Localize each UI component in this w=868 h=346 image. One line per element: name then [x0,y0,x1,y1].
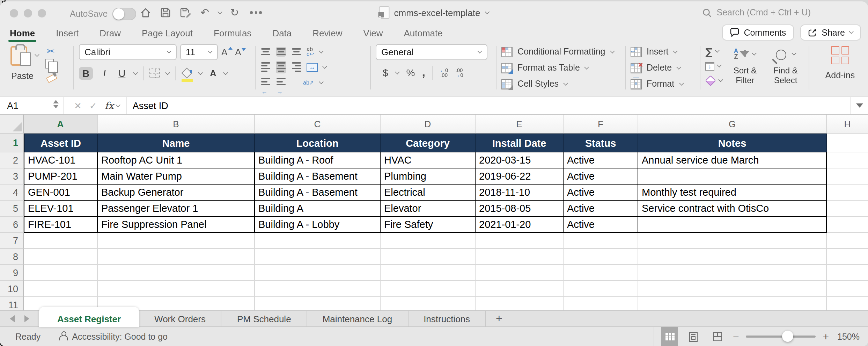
cell[interactable]: Building A - Roof [255,152,381,168]
orientation-chevron-icon[interactable] [318,79,323,84]
conditional-formatting-button[interactable]: Conditional Formatting [501,45,620,58]
cell[interactable] [476,249,564,265]
redo-icon[interactable]: ↻ [230,6,239,19]
cell[interactable] [827,249,868,265]
row-number[interactable]: 7 [0,233,24,249]
row-number[interactable]: 2 [0,152,24,168]
currency-chevron-icon[interactable] [395,69,400,74]
stepper-down-icon[interactable] [53,105,59,108]
borders-chevron-icon[interactable] [165,70,170,75]
fill-color-chevron-icon[interactable] [198,70,203,75]
row-number[interactable]: 5 [0,201,24,217]
cell[interactable]: ELEV-101 [24,201,98,217]
cell[interactable] [638,297,827,310]
document-title-chevron-icon[interactable] [485,9,490,14]
cell[interactable]: Main Water Pump [98,168,255,185]
normal-view-button[interactable] [662,327,678,346]
cell[interactable] [381,265,476,281]
sort-filter-button[interactable]: AZ Sort & Filter [727,44,763,96]
cell[interactable] [564,281,638,297]
tab-view[interactable]: View [363,28,383,38]
cell[interactable] [98,249,255,265]
formula-input[interactable]: Asset ID [126,97,850,114]
cell[interactable] [255,281,381,297]
cell[interactable] [476,297,564,310]
cell[interactable]: 2019-06-22 [476,168,564,185]
header-cell[interactable]: Status [564,134,638,152]
cell[interactable] [827,168,868,185]
sheet-scroll-right-icon[interactable] [24,315,29,322]
header-cell[interactable]: Location [255,134,381,152]
bold-button[interactable]: B [79,67,93,80]
cell[interactable] [827,201,868,217]
document-title[interactable]: cmms-excel-template [394,7,480,18]
save-as-icon[interactable] [179,7,192,18]
align-bottom-icon[interactable] [291,47,302,57]
cell[interactable]: Passenger Elevator 1 [98,201,255,217]
row-number[interactable]: 4 [0,185,24,201]
share-button[interactable]: Share [800,24,861,41]
cell[interactable]: Active [564,152,638,168]
column-header-f[interactable]: F [564,115,638,133]
column-header-d[interactable]: D [381,115,476,133]
cell[interactable] [827,152,868,168]
delete-cells-button[interactable]: Delete [631,62,695,74]
paste-button[interactable]: Paste [6,44,39,96]
italic-button[interactable]: I [98,68,110,79]
cell[interactable]: Elevator [381,201,476,217]
cell[interactable]: Plumbing [381,168,476,185]
header-cell[interactable]: Name [98,134,255,152]
underline-button[interactable]: U [116,68,128,79]
sheet-tab-work-orders[interactable]: Work Orders [139,311,222,326]
cell[interactable] [24,281,98,297]
page-break-view-button[interactable] [709,327,726,346]
format-cells-button[interactable]: Format [631,78,695,90]
undo-chevron-icon[interactable] [217,9,222,14]
zoom-window-button[interactable] [38,9,46,17]
spreadsheet-grid[interactable]: A B C D E F G H 1 Asset ID Name Location… [0,115,868,310]
fx-chevron-icon[interactable] [116,102,120,107]
fill-color-icon[interactable] [182,68,193,79]
name-box-stepper[interactable] [53,100,59,108]
addins-button[interactable]: Add-ins [814,44,866,96]
page-layout-view-button[interactable] [685,327,702,346]
align-left-icon[interactable] [260,61,271,73]
cell[interactable]: Fire Safety [381,217,476,233]
formula-bar-expand[interactable] [850,97,868,114]
cell[interactable]: 2020-03-15 [476,152,564,168]
zoom-slider-thumb[interactable] [782,331,793,342]
cell[interactable]: Building A - Lobby [255,217,381,233]
sheet-tab-maintenance-log[interactable]: Maintenance Log [307,311,409,326]
cell[interactable] [24,249,98,265]
font-color-icon[interactable]: A [208,69,218,78]
cell[interactable]: 2021-01-20 [476,217,564,233]
cell[interactable]: Active [564,185,638,201]
comma-format-button[interactable]: , [422,66,425,80]
cell[interactable] [827,281,868,297]
row-number[interactable]: 6 [0,217,24,233]
cell[interactable] [24,233,98,249]
row-number[interactable]: 11 [0,297,24,310]
find-select-button[interactable]: Find & Select [767,44,804,96]
decrease-decimal-icon[interactable]: .00 →0 [455,68,463,78]
tab-page-layout[interactable]: Page Layout [142,28,193,38]
column-header-b[interactable]: B [98,115,255,133]
sheet-scroll-left-icon[interactable] [10,315,15,322]
cell[interactable] [638,265,827,281]
cell[interactable] [638,281,827,297]
align-top-icon[interactable] [260,47,271,57]
cell[interactable] [24,265,98,281]
autosave-toggle[interactable] [112,8,136,20]
cell[interactable] [638,217,827,233]
cell[interactable] [827,134,868,152]
cell[interactable]: Electrical [381,185,476,201]
align-center-icon[interactable] [276,61,286,73]
row-number[interactable]: 8 [0,249,24,265]
decrease-indent-icon[interactable]: ← [260,77,271,88]
undo-icon[interactable]: ↶ [200,6,209,19]
currency-format-button[interactable]: $ [383,67,388,78]
percent-format-button[interactable]: % [406,67,415,78]
clear-button[interactable] [705,75,723,87]
cell[interactable]: 2018-11-10 [476,185,564,201]
row-number[interactable]: 1 [0,134,24,152]
